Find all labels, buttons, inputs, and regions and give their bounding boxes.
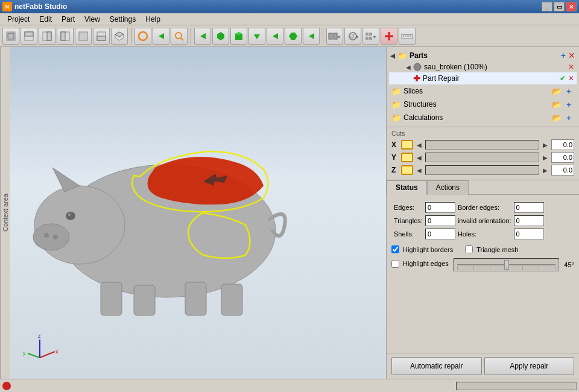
viewport[interactable]: x y z [10, 47, 386, 379]
maximize-button[interactable]: ▭ [554, 2, 565, 11]
tab-status[interactable]: Status [387, 180, 427, 195]
svg-rect-50 [101, 282, 122, 315]
cut-y-slider[interactable] [425, 153, 539, 162]
highlight-edges-slider[interactable]: | | | | | | | [454, 258, 560, 271]
structures-add-button[interactable]: + [563, 99, 574, 110]
tools-button[interactable]: ▾ [326, 28, 343, 45]
view-front-button[interactable] [2, 28, 19, 45]
structures-open-button[interactable]: 📂 [551, 99, 562, 110]
view-iso-button[interactable] [111, 28, 128, 45]
view-bottom-button[interactable] [93, 28, 110, 45]
automatic-repair-button[interactable]: Automatic repair [391, 357, 482, 375]
add-red-button[interactable] [381, 28, 397, 45]
cut-z-slider[interactable] [425, 165, 539, 175]
structures-section[interactable]: 📁 Structures 📂 + [389, 98, 577, 111]
cut-x-label: X [391, 141, 399, 149]
invalid-orient-value: 0 [514, 215, 544, 226]
cut-x-slider[interactable] [425, 140, 539, 150]
parts-expand-icon[interactable]: ◀ [390, 52, 395, 59]
menu-part[interactable]: Part [57, 14, 80, 25]
highlight-borders-checkbox-row: Highlight borders [391, 245, 453, 253]
svg-rect-34 [369, 37, 372, 40]
cut-x-toggle[interactable] [401, 140, 413, 150]
arrow-angled2-button[interactable] [303, 28, 320, 45]
highlight-borders-checkbox[interactable] [391, 245, 399, 253]
polygon-button[interactable] [212, 28, 229, 45]
status-bar [0, 379, 579, 392]
svg-point-13 [139, 32, 147, 40]
apply-repair-button[interactable]: Apply repair [484, 357, 575, 375]
title-bar: N netFabb Studio _ ▭ ✕ [0, 0, 579, 13]
cut-z-left-arrow[interactable]: ◀ [416, 167, 423, 174]
cut-y-toggle[interactable] [401, 153, 413, 162]
cut-z-toggle[interactable] [401, 165, 413, 175]
highlight-edges-checkbox[interactable] [391, 260, 399, 268]
sphere-mode-button[interactable] [134, 28, 151, 45]
svg-point-62 [414, 63, 421, 71]
invalid-orient-label: invalid orientation: [458, 215, 511, 226]
arrow-left2-button[interactable] [267, 28, 283, 45]
part-item-sau-broken[interactable]: ◀ sau_broken (100%) ✕ [389, 62, 577, 72]
triangle-mesh-checkbox[interactable] [465, 245, 473, 253]
svg-text:↺: ↺ [350, 33, 355, 40]
svg-rect-7 [61, 32, 65, 40]
shells-label: Shells: [394, 229, 423, 239]
title-bar-controls[interactable]: _ ▭ ✕ [542, 2, 577, 11]
svg-rect-52 [185, 282, 206, 315]
view-left-button[interactable] [57, 28, 74, 45]
svg-rect-26 [334, 33, 337, 39]
nav-left-button[interactable] [194, 28, 211, 45]
parts-folder-icon: 📁 [397, 51, 407, 60]
shells-value: 0 [425, 229, 455, 239]
view-top-button[interactable] [21, 28, 37, 45]
highlight-edges-row: Highlight edges | | | | | | | [391, 258, 574, 271]
close-button[interactable]: ✕ [566, 2, 577, 11]
toolbar: ▾ ↺▾ ▾ [0, 25, 579, 47]
calculations-add-button[interactable]: + [563, 112, 574, 123]
svg-rect-8 [79, 32, 87, 40]
minimize-button[interactable]: _ [542, 2, 552, 11]
slices-add-button[interactable]: + [563, 86, 574, 96]
grid-button[interactable]: ▾ [362, 28, 379, 45]
repair-cancel-icon[interactable]: ✕ [568, 74, 574, 83]
part-repair-item[interactable]: ✚ Part Repair ✔ ✕ [389, 72, 577, 84]
cut-x-right-arrow[interactable]: ▶ [542, 142, 549, 148]
slices-section[interactable]: 📁 Slices 📂 + [389, 84, 577, 98]
cut-y-right-arrow[interactable]: ▶ [542, 154, 549, 161]
separator-3 [323, 28, 323, 45]
menu-settings[interactable]: Settings [105, 14, 141, 25]
menu-help[interactable]: Help [141, 14, 165, 25]
slices-open-button[interactable]: 📂 [551, 86, 562, 96]
svg-rect-25 [329, 33, 332, 39]
ruler-button[interactable] [399, 28, 416, 45]
menu-project[interactable]: Project [2, 14, 34, 25]
tab-actions[interactable]: Actions [427, 180, 469, 195]
calculations-open-button[interactable]: 📂 [551, 112, 562, 123]
view-right-button[interactable] [39, 28, 55, 45]
holes-label: Holes: [458, 229, 511, 239]
repair-ok-icon[interactable]: ✔ [560, 74, 566, 83]
right-panel: ◀ 📁 Parts + ✕ ◀ sau_broken (100%) ✕ ✚ Pa… [386, 47, 579, 379]
arrow-angled-button[interactable] [285, 28, 302, 45]
arrow-down-button[interactable] [248, 28, 265, 45]
menu-view[interactable]: View [80, 14, 105, 25]
window-title: netFabb Studio [14, 2, 67, 11]
zoom-button[interactable] [171, 28, 188, 45]
cut-x-left-arrow[interactable]: ◀ [416, 142, 423, 148]
rotate-button[interactable]: ↺▾ [344, 28, 361, 45]
cut-z-right-arrow[interactable]: ▶ [542, 167, 549, 174]
parts-remove-button[interactable]: ✕ [568, 51, 575, 60]
parts-add-button[interactable]: + [561, 51, 566, 60]
slices-label: Slices [403, 87, 423, 95]
part-remove-icon[interactable]: ✕ [568, 63, 574, 71]
cube-solid-button[interactable] [230, 28, 247, 45]
menu-bar: Project Edit Part View Settings Help [0, 13, 579, 25]
slider-ticks: | | | | | | | [457, 266, 556, 270]
bottom-buttons: Automatic repair Apply repair [387, 353, 579, 379]
menu-edit[interactable]: Edit [34, 14, 57, 25]
view-back-button[interactable] [75, 28, 92, 45]
cut-y-left-arrow[interactable]: ◀ [416, 154, 423, 161]
calculations-section[interactable]: 📁 Calculations 📂 + [389, 111, 577, 124]
slices-actions: 📂 + [551, 86, 574, 96]
arrow-left-button[interactable] [153, 28, 169, 45]
